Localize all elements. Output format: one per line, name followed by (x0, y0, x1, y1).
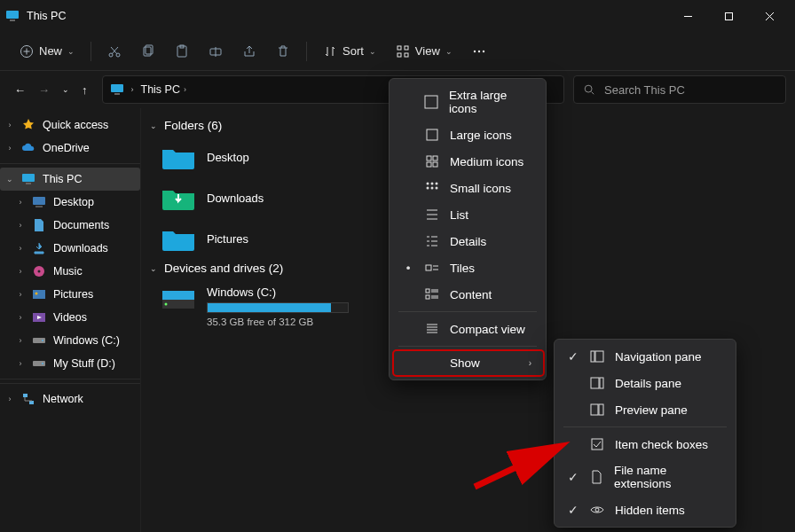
svg-point-47 (436, 183, 438, 185)
svg-rect-12 (405, 46, 408, 50)
view-option-tiles[interactable]: • Tiles (393, 254, 544, 281)
sort-label: Sort (342, 44, 364, 58)
check-icon: ✓ (567, 503, 579, 517)
drive-sub-label: 35.3 GB free of 312 GB (207, 317, 349, 327)
close-button[interactable] (749, 2, 790, 30)
rename-icon (209, 44, 223, 59)
sidebar-item-network[interactable]: › Network (0, 387, 140, 411)
sidebar-item-downloads[interactable]: › Downloads (0, 237, 140, 260)
separator (563, 426, 727, 427)
svg-point-15 (474, 50, 476, 51)
view-button[interactable]: View ⌄ (387, 39, 461, 64)
view-icon (396, 44, 410, 59)
separator (0, 379, 140, 379)
nav-buttons: ← → ⌄ ↑ (9, 83, 93, 97)
breadcrumb[interactable]: This PC › (141, 83, 186, 96)
expand-chevron-icon[interactable]: › (16, 336, 25, 345)
drive-label: Windows (C:) (207, 286, 349, 299)
svg-rect-21 (22, 174, 35, 182)
svg-rect-13 (398, 53, 401, 57)
expand-chevron-icon[interactable]: › (16, 221, 25, 230)
sidebar-item-windows-c-[interactable]: › Windows (C:) (0, 329, 140, 352)
view-option-small-icons[interactable]: Small icons (393, 175, 544, 201)
view-menu: Extra large icons Large icons Medium ico… (389, 78, 547, 380)
show-submenu-trigger[interactable]: Show › (393, 350, 544, 376)
sidebar-item-quick-access[interactable]: › Quick access (0, 113, 140, 137)
svg-rect-54 (591, 351, 594, 362)
show-option-item-check-boxes[interactable]: Item check boxes (558, 431, 732, 458)
expand-chevron-icon[interactable]: › (16, 267, 25, 276)
sidebar-item-onedrive[interactable]: › OneDrive (0, 137, 140, 160)
chevron-right-icon[interactable]: › (131, 85, 134, 94)
show-option-preview-pane[interactable]: Preview pane (558, 396, 732, 423)
sidebar-item-my-stuff-d-[interactable]: › My Stuff (D:) (0, 352, 140, 375)
view-option-extra-large-icons[interactable]: Extra large icons (393, 82, 544, 121)
sidebar-item-label: Downloads (53, 242, 108, 254)
show-option-details-pane[interactable]: Details pane (558, 370, 732, 396)
svg-point-49 (431, 187, 434, 190)
pc-icon (110, 82, 124, 97)
sidebar-item-label: This PC (43, 173, 82, 185)
menu-item-label: Extra large icons (449, 89, 531, 115)
minimize-button[interactable] (667, 2, 708, 30)
trash-icon (276, 44, 290, 59)
checkbox-icon (590, 437, 604, 451)
svg-rect-51 (426, 265, 431, 270)
expand-chevron-icon[interactable]: ⌄ (5, 175, 14, 184)
expand-chevron-icon[interactable]: › (5, 121, 14, 129)
new-button[interactable]: New ⌄ (11, 39, 83, 64)
expand-chevron-icon[interactable]: › (5, 144, 14, 153)
sidebar-item-pictures[interactable]: › Pictures (0, 283, 140, 306)
cut-button[interactable] (98, 39, 130, 64)
show-option-hidden-items[interactable]: ✓ Hidden items (558, 497, 732, 523)
view-option-large-icons[interactable]: Large icons (393, 121, 544, 148)
show-option-navigation-pane[interactable]: ✓ Navigation pane (558, 343, 732, 370)
menu-item-label: Compact view (450, 323, 525, 336)
svg-point-20 (585, 85, 592, 92)
menu-item-label: Preview pane (615, 403, 688, 417)
expand-chevron-icon[interactable]: › (16, 359, 25, 368)
share-button[interactable] (233, 39, 265, 64)
show-option-file-name-extensions[interactable]: ✓ File name extensions (558, 458, 732, 497)
svg-rect-59 (599, 404, 603, 415)
svg-rect-34 (23, 394, 28, 397)
sidebar-item-label: Videos (53, 311, 87, 324)
back-button[interactable]: ← (14, 83, 26, 97)
expand-chevron-icon[interactable]: › (16, 244, 25, 253)
expand-chevron-icon[interactable]: › (5, 395, 14, 403)
maximize-button[interactable] (708, 2, 749, 30)
sidebar-item-documents[interactable]: › Documents (0, 214, 140, 237)
menu-item-label: Tiles (450, 262, 475, 275)
view-option-list[interactable]: List (393, 201, 544, 228)
view-option-content[interactable]: Content (393, 281, 544, 308)
app-icon (5, 9, 20, 23)
chevron-down-icon: ⌄ (369, 47, 376, 56)
expand-chevron-icon[interactable]: › (16, 290, 25, 299)
search-input[interactable]: Search This PC (573, 75, 786, 104)
window-title: This PC (27, 10, 66, 22)
chevron-down-icon: ⌄ (150, 264, 157, 273)
svg-rect-19 (114, 93, 120, 95)
delete-button[interactable] (267, 39, 299, 64)
forward-button[interactable]: → (38, 83, 50, 97)
expand-chevron-icon[interactable]: › (16, 198, 25, 207)
compact-view-toggle[interactable]: Compact view (393, 316, 544, 342)
copy-button[interactable] (132, 39, 164, 64)
sort-button[interactable]: Sort ⌄ (314, 39, 385, 64)
rename-button[interactable] (200, 39, 232, 64)
sidebar-item-videos[interactable]: › Videos (0, 306, 140, 329)
up-button[interactable]: ↑ (82, 83, 88, 97)
sidebar-item-desktop[interactable]: › Desktop (0, 191, 140, 214)
recent-button[interactable]: ⌄ (62, 85, 69, 94)
svg-point-26 (38, 270, 41, 273)
chevron-right-icon[interactable]: › (184, 85, 186, 94)
expand-chevron-icon[interactable]: › (16, 313, 25, 322)
paste-icon (175, 44, 189, 59)
view-option-details[interactable]: Details (393, 228, 544, 254)
sidebar-item-this-pc[interactable]: ⌄ This PC (0, 168, 140, 191)
view-option-medium-icons[interactable]: Medium icons (393, 148, 544, 175)
sidebar-item-music[interactable]: › Music (0, 260, 140, 283)
more-button[interactable] (463, 39, 495, 64)
paste-button[interactable] (166, 39, 198, 64)
svg-rect-55 (595, 351, 603, 362)
